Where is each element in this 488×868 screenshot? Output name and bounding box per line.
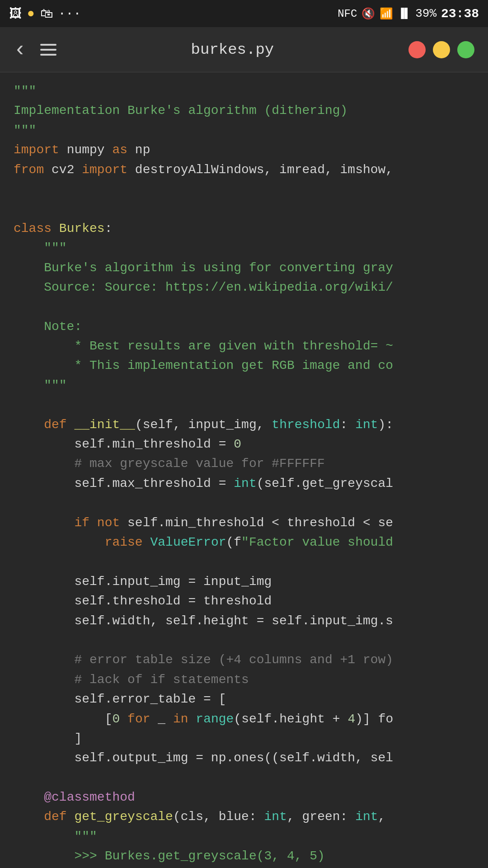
status-time: 23:38 xyxy=(441,7,479,21)
mute-icon: 🔇 xyxy=(361,7,375,20)
back-button[interactable]: ‹ xyxy=(14,38,27,62)
window-controls xyxy=(408,41,474,58)
battery-level: 39% xyxy=(415,7,436,20)
dot-green[interactable] xyxy=(457,41,474,58)
bag-icon: 🛍 xyxy=(40,6,53,21)
dot-yellow[interactable] xyxy=(433,41,450,58)
status-bar-left: 🖼 ● 🛍 ··· xyxy=(9,6,81,21)
menu-button[interactable] xyxy=(40,44,56,56)
nfc-icon: NFC xyxy=(338,8,357,20)
file-title: burkes.py xyxy=(191,41,274,58)
status-bar: 🖼 ● 🛍 ··· NFC 🔇 📶 ▐▌ 39% 23:38 xyxy=(0,0,488,27)
color-lens-icon: ● xyxy=(27,7,35,21)
signal-icon: ▐▌ xyxy=(398,8,411,20)
status-bar-right: NFC 🔇 📶 ▐▌ 39% 23:38 xyxy=(338,7,479,21)
dot-red[interactable] xyxy=(408,41,426,58)
nav-bar: ‹ burkes.py xyxy=(0,27,488,72)
code-content: """ Implementation Burke's algorithm (di… xyxy=(0,72,488,868)
photo-icon: 🖼 xyxy=(9,6,22,21)
wifi-icon: 📶 xyxy=(380,7,393,20)
code-editor: """ Implementation Burke's algorithm (di… xyxy=(0,72,488,868)
nav-left: ‹ xyxy=(14,38,56,62)
more-icon: ··· xyxy=(58,7,81,21)
